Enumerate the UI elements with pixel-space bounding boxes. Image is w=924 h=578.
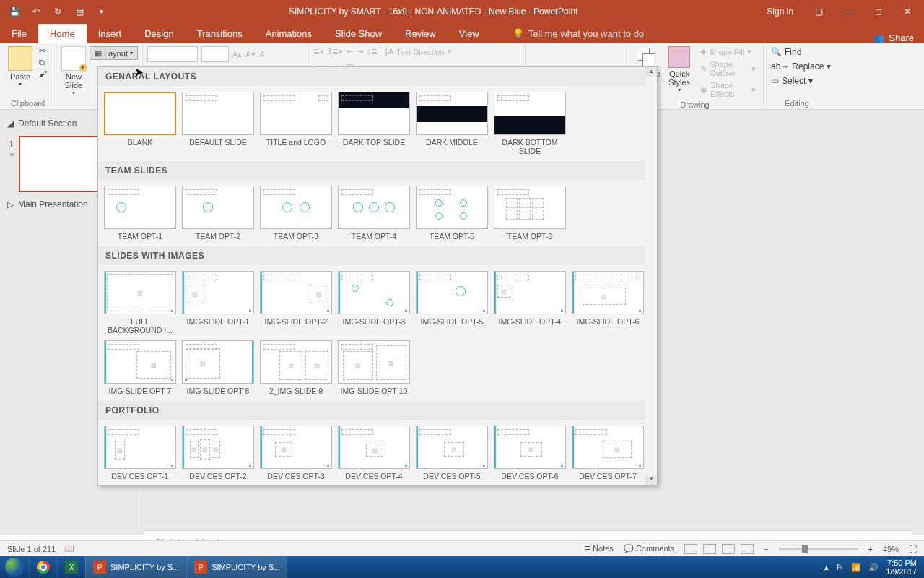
close-icon[interactable]: ✕ (897, 2, 918, 21)
normal-view-icon[interactable] (684, 544, 697, 554)
share-button[interactable]: Share (873, 33, 914, 43)
format-painter-icon[interactable]: 🖌 (39, 69, 47, 78)
layout-team-1[interactable]: TEAM OPT-1 (104, 186, 176, 241)
tab-review[interactable]: Review (393, 24, 448, 43)
slideshow-view-icon[interactable] (741, 544, 754, 554)
copy-icon[interactable]: ⧉ (39, 58, 47, 67)
layout-devices-2[interactable]: DEVICES OPT-2 (182, 426, 254, 480)
select-button[interactable]: ▭ Select ▾ (768, 75, 834, 87)
ribbon-display-icon[interactable]: ▢ (808, 2, 830, 21)
slide-counter[interactable]: Slide 1 of 211 (7, 545, 56, 553)
text-direction-button[interactable]: ‖A Text Direction ▾ (381, 46, 455, 57)
zoom-percent[interactable]: 49% (883, 545, 899, 553)
layout-full-bg[interactable]: FULL BACKGROUND I... (104, 271, 176, 335)
scroll-up-icon[interactable]: ▴ (645, 67, 657, 77)
save-icon[interactable]: 💾 (9, 6, 20, 17)
decrease-indent-icon[interactable]: ⇤ (346, 47, 353, 56)
layout-devices-4[interactable]: DEVICES OPT-4 (338, 426, 410, 480)
scroll-down-icon[interactable]: ▾ (645, 475, 657, 485)
layout-team-3[interactable]: TEAM OPT-3 (260, 186, 332, 241)
layout-team-4[interactable]: TEAM OPT-4 (338, 186, 410, 241)
tab-file[interactable]: File (0, 24, 38, 43)
increase-font-icon[interactable]: A▴ (232, 50, 242, 59)
tray-up-icon[interactable]: ▴ (824, 563, 829, 572)
tab-view[interactable]: View (448, 24, 491, 43)
layout-devices-5[interactable]: DEVICES OPT-5 (416, 426, 488, 480)
layout-dropdown-button[interactable]: ▦Layout▾ (90, 46, 138, 60)
font-name-combo[interactable] (147, 46, 198, 62)
paste-button[interactable]: Paste ▾ (4, 46, 36, 87)
layout-img-1[interactable]: IMG-SLIDE OPT-1 (182, 271, 254, 335)
layout-img-9[interactable]: 2_IMG-SLIDE 9 (260, 340, 332, 395)
zoom-in-icon[interactable]: + (868, 545, 873, 553)
numbering-icon[interactable]: 1≣▾ (328, 47, 343, 56)
start-button[interactable] (0, 556, 29, 578)
new-slide-button[interactable]: ✦ New Slide ▾ (61, 46, 87, 96)
cut-icon[interactable]: ✂ (39, 46, 47, 56)
find-button[interactable]: 🔍 Find (768, 46, 834, 58)
layout-img-6[interactable]: IMG-SLIDE OPT-6 (572, 271, 644, 335)
gallery-scrollbar[interactable]: ▴ ▾ (645, 67, 657, 485)
tab-insert[interactable]: Insert (87, 24, 134, 43)
zoom-out-icon[interactable]: − (764, 545, 768, 553)
tab-design[interactable]: Design (133, 24, 185, 43)
quick-styles-button[interactable]: Quick Styles▾ (664, 46, 694, 93)
tab-transitions[interactable]: Transitions (186, 24, 254, 43)
comments-toggle[interactable]: 💬 Comments (624, 544, 674, 553)
layout-dark-middle[interactable]: DARK MIDDLE (416, 92, 488, 155)
tab-home[interactable]: Home (38, 24, 87, 43)
zoom-slider[interactable] (779, 548, 858, 550)
clear-format-icon[interactable]: A̸ (259, 50, 265, 59)
minimize-icon[interactable]: — (837, 2, 860, 21)
layout-devices-6[interactable]: DEVICES OPT-6 (494, 426, 566, 480)
system-tray[interactable]: ▴ 🏳 📶 🔊 7:50 PM1/9/2017 (824, 558, 924, 576)
decrease-font-icon[interactable]: A▾ (245, 50, 255, 59)
layout-team-5[interactable]: TEAM OPT-5 (416, 186, 488, 241)
layout-devices-7[interactable]: DEVICES OPT-7 (572, 426, 644, 480)
layout-dark-bottom[interactable]: DARK BOTTOM SLIDE (494, 92, 566, 155)
taskbar-ppt-1[interactable]: PSIMPLICITY by S... (85, 556, 186, 578)
layout-team-2[interactable]: TEAM OPT-2 (182, 186, 254, 241)
tab-slideshow[interactable]: Slide Show (323, 24, 393, 43)
tray-network-icon[interactable]: 📶 (851, 563, 861, 572)
increase-indent-icon[interactable]: ⇥ (357, 47, 363, 56)
replace-button[interactable]: ab↔ Replace ▾ (768, 61, 834, 72)
tab-animations[interactable]: Animations (254, 24, 323, 43)
tell-me-search[interactable]: 💡Tell me what you want to do (505, 24, 651, 43)
font-size-combo[interactable] (201, 46, 229, 62)
layout-img-8[interactable]: IMG-SLIDE OPT-8 (182, 340, 254, 395)
sorter-view-icon[interactable] (703, 544, 716, 554)
shape-fill-button[interactable]: ◆ Shape Fill ▾ (697, 46, 759, 57)
shape-effects-button[interactable]: ◉ Shape Effects ▾ (697, 80, 759, 99)
layout-dark-top[interactable]: DARK TOP SLIDE (338, 92, 410, 155)
layout-blank[interactable]: BLANK (104, 92, 176, 155)
sign-in-link[interactable]: Sign in (759, 2, 801, 21)
tray-action-icon[interactable]: 🏳 (836, 563, 844, 571)
shape-outline-button[interactable]: ✎ Shape Outline ▾ (697, 59, 759, 78)
layout-img-3[interactable]: IMG-SLIDE OPT-3 (338, 271, 410, 335)
reading-view-icon[interactable] (722, 544, 735, 554)
spellcheck-icon[interactable]: 📖 (64, 544, 74, 553)
redo-icon[interactable]: ↻ (52, 6, 64, 17)
tray-volume-icon[interactable]: 🔊 (868, 563, 879, 572)
taskbar-chrome[interactable] (29, 556, 57, 578)
qat-more-icon[interactable]: ▾ (95, 6, 107, 17)
taskbar-clock[interactable]: 7:50 PM1/9/2017 (886, 558, 917, 576)
layout-devices-1[interactable]: DEVICES OPT-1 (104, 426, 176, 480)
undo-icon[interactable]: ↶ (30, 6, 42, 17)
fit-to-window-icon[interactable]: ⛶ (909, 545, 917, 553)
line-spacing-icon[interactable]: ↕≣ (367, 47, 378, 56)
notes-toggle[interactable]: ≣ Notes (584, 544, 614, 553)
layout-img-10[interactable]: IMG-SLIDE OPT-10 (338, 340, 410, 395)
taskbar-excel[interactable]: X (57, 556, 85, 578)
layout-team-6[interactable]: TEAM OPT-6 (494, 186, 566, 241)
maximize-icon[interactable]: ◻ (868, 2, 889, 21)
layout-img-5[interactable]: IMG-SLIDE OPT-5 (416, 271, 488, 335)
layout-img-4[interactable]: IMG-SLIDE OPT-4 (494, 271, 566, 335)
layout-img-2[interactable]: IMG-SLIDE OPT-2 (260, 271, 332, 335)
layout-title-logo[interactable]: TITLE and LOGO (260, 92, 332, 155)
layout-img-7[interactable]: IMG-SLIDE OPT-7 (104, 340, 176, 395)
start-from-beginning-icon[interactable]: ▤ (74, 6, 85, 17)
layout-devices-3[interactable]: DEVICES OPT-3 (260, 426, 332, 480)
taskbar-ppt-2[interactable]: PSIMPLICITY by S... (186, 556, 287, 578)
